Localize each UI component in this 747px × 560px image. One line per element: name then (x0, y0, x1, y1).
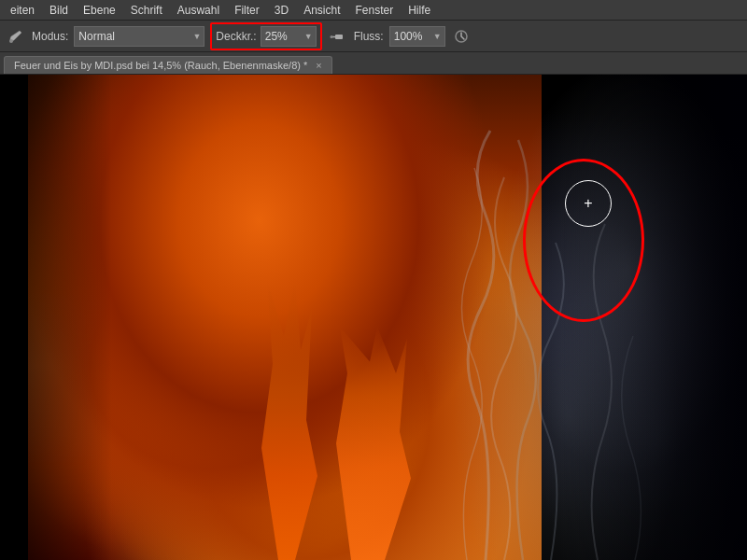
tabbar: Feuer und Eis by MDI.psd bei 14,5% (Rauc… (0, 52, 747, 75)
menubar: eiten Bild Ebene Schrift Auswahl Filter … (0, 0, 747, 21)
deckkr-highlight-box: Deckkr.: 25% ▼ (210, 22, 321, 50)
deckkr-label: Deckkr.: (216, 30, 256, 43)
brush-icon[interactable] (6, 26, 26, 47)
fluss-dropdown-wrapper: 100% ▼ (389, 26, 445, 47)
modus-label: Modus: (32, 30, 68, 43)
menu-ebene[interactable]: Ebene (77, 2, 122, 19)
deckkr-select[interactable]: 25% (261, 26, 317, 47)
fluss-select[interactable]: 100% (389, 26, 445, 47)
toolbar: Modus: Normal ▼ Deckkr.: 25% ▼ Fluss: 10… (0, 21, 747, 52)
pressure-icon[interactable] (451, 26, 472, 47)
airbrush-icon[interactable] (328, 26, 348, 47)
menu-filter[interactable]: Filter (228, 2, 266, 19)
scene-dark-left (0, 75, 112, 560)
menu-hilfe[interactable]: Hilfe (402, 2, 437, 19)
svg-point-0 (9, 39, 13, 43)
fluss-label: Fluss: (354, 30, 384, 43)
svg-rect-1 (335, 35, 343, 39)
menu-fenster[interactable]: Fenster (349, 2, 401, 19)
menu-eiten[interactable]: eiten (4, 2, 41, 19)
menu-3d[interactable]: 3D (268, 2, 295, 19)
menu-auswahl[interactable]: Auswahl (171, 2, 226, 19)
modus-dropdown-wrapper: Normal ▼ (74, 26, 204, 47)
scene-dark-right (560, 75, 747, 560)
canvas-area: + (0, 75, 747, 560)
modus-select[interactable]: Normal (74, 26, 204, 47)
menu-ansicht[interactable]: Ansicht (297, 2, 346, 19)
svg-point-3 (330, 35, 332, 38)
deckkr-dropdown-wrapper: 25% ▼ (261, 26, 317, 47)
document-tab[interactable]: Feuer und Eis by MDI.psd bei 14,5% (Rauc… (4, 56, 332, 74)
menu-schrift[interactable]: Schrift (124, 2, 169, 19)
menu-bild[interactable]: Bild (43, 2, 75, 19)
tab-label: Feuer und Eis by MDI.psd bei 14,5% (Rauc… (14, 60, 307, 71)
tab-close-button[interactable]: × (316, 60, 321, 71)
